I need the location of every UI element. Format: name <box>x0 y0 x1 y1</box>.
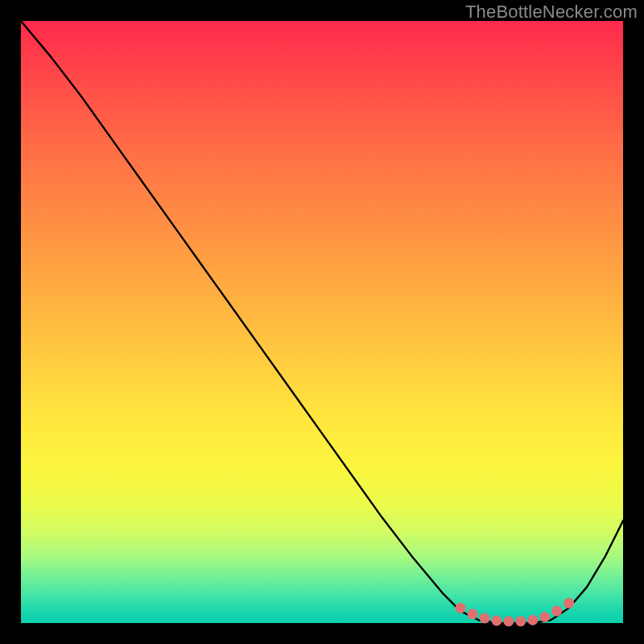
chart-stage: TheBottleNecker.com <box>0 0 644 644</box>
marker-dot <box>564 598 574 609</box>
watermark-text: TheBottleNecker.com <box>465 2 638 23</box>
marker-dot <box>503 616 514 626</box>
marker-dot <box>527 615 538 625</box>
marker-dot <box>551 606 562 617</box>
marker-dot <box>539 612 550 622</box>
marker-dot <box>515 616 526 626</box>
bottleneck-curve <box>21 21 623 623</box>
chart-svg <box>21 21 623 623</box>
marker-dot <box>491 616 502 626</box>
plot-area <box>21 21 623 623</box>
marker-dot <box>456 603 466 613</box>
marker-dot <box>468 609 478 619</box>
marker-dot <box>479 613 489 624</box>
